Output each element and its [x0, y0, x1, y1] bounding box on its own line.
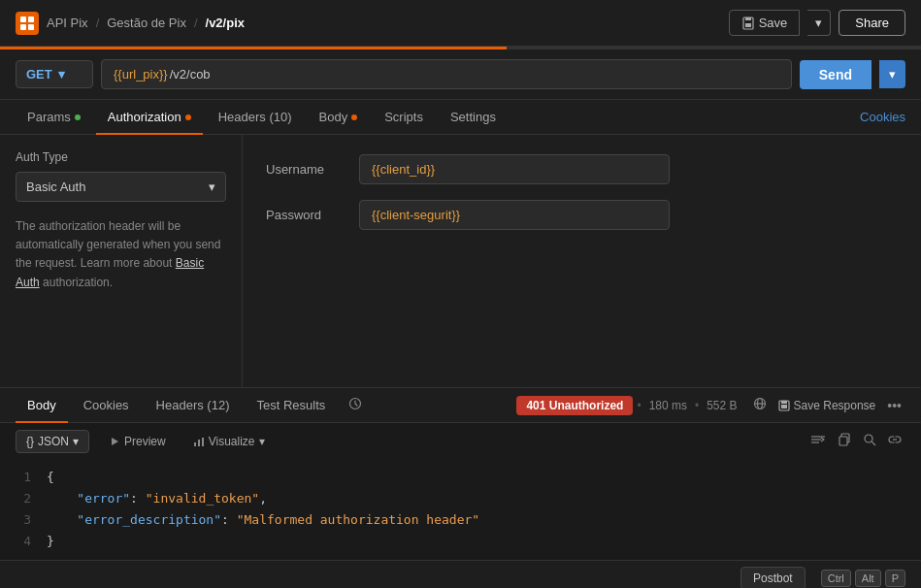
network-icon[interactable]	[749, 393, 771, 417]
visualize-chevron: ▾	[259, 435, 265, 448]
svg-rect-1	[28, 16, 34, 22]
response-tab-headers[interactable]: Headers (12)	[145, 388, 242, 422]
json-label: JSON	[38, 435, 69, 448]
line-content-4: }	[47, 531, 54, 552]
search-icon[interactable]	[859, 429, 880, 453]
postbot-shortcuts: Ctrl Alt P	[821, 570, 905, 587]
save-response-icon	[778, 400, 790, 411]
auth-panel: Auth Type Basic Auth ▾ The authorization…	[0, 135, 921, 387]
username-input[interactable]	[359, 154, 670, 184]
svg-rect-5	[745, 23, 751, 27]
shortcut-ctrl: Ctrl	[821, 570, 851, 587]
response-tab-body[interactable]: Body	[16, 388, 68, 422]
tab-authorization[interactable]: Authorization	[96, 100, 203, 134]
status-badge: 401 Unauthorized	[516, 396, 633, 415]
password-input[interactable]	[359, 200, 670, 230]
link-icon[interactable]	[884, 429, 905, 453]
breadcrumb: API Pix / Gestão de Pix / /v2/pix	[16, 12, 245, 35]
top-bar-actions: Save ▾ Share	[729, 10, 905, 36]
breadcrumb-gestao[interactable]: Gestão de Pix	[107, 16, 186, 30]
save-icon	[741, 16, 755, 30]
copy-icon[interactable]	[834, 429, 855, 453]
json-format-button[interactable]: {} JSON ▾	[16, 430, 89, 453]
tab-body[interactable]: Body	[308, 100, 370, 134]
svg-marker-14	[112, 438, 118, 445]
breadcrumb-api-pix[interactable]: API Pix	[47, 16, 88, 30]
more-options-icon[interactable]: •••	[883, 394, 905, 417]
response-actions: Save Response •••	[749, 393, 905, 417]
params-dot	[75, 114, 81, 120]
tab-scripts[interactable]: Scripts	[373, 100, 435, 134]
method-select[interactable]: GET ▾	[16, 60, 93, 88]
json-chevron: ▾	[73, 435, 79, 448]
response-tabs: Body Cookies Headers (12) Test Results 4…	[0, 387, 921, 422]
line-num-1: 1	[16, 467, 31, 488]
line-num-2: 2	[16, 488, 31, 509]
clock-icon[interactable]	[345, 393, 366, 417]
auth-type-chevron: ▾	[209, 180, 215, 194]
response-body: 1 { 2 "error": "invalid_token", 3 "error…	[0, 459, 921, 560]
line-content-1: {	[47, 467, 54, 488]
response-size: 552 B	[707, 399, 737, 412]
url-bar: GET ▾ {{url_pix}} /v2/cob Send ▾	[0, 49, 921, 100]
app-logo	[16, 12, 39, 35]
svg-rect-13	[781, 401, 787, 404]
method-label: GET	[26, 67, 52, 82]
code-line-3: 3 "error_description": "Malformed author…	[16, 509, 905, 531]
response-time: 180 ms	[649, 399, 687, 412]
response-tab-cookies[interactable]: Cookies	[72, 388, 141, 422]
top-bar: API Pix / Gestão de Pix / /v2/pix Save ▾…	[0, 0, 921, 47]
breadcrumb-sep-2: /	[194, 16, 198, 30]
svg-rect-17	[202, 438, 204, 446]
wrap-lines-icon[interactable]	[806, 429, 830, 453]
url-input[interactable]: {{url_pix}} /v2/cob	[101, 59, 792, 89]
svg-rect-3	[28, 24, 34, 30]
svg-rect-16	[198, 440, 200, 446]
line-content-3: "error_description": "Malformed authoriz…	[47, 509, 479, 531]
save-button[interactable]: Save	[729, 10, 801, 36]
svg-rect-6	[745, 17, 751, 20]
save-response-button[interactable]: Save Response	[778, 399, 876, 412]
body-dot	[351, 114, 357, 120]
preview-button[interactable]: Preview	[101, 431, 174, 452]
breadcrumb-sep-1: /	[96, 16, 100, 30]
svg-point-23	[865, 435, 872, 442]
shortcut-alt: Alt	[855, 570, 881, 587]
password-label: Password	[266, 208, 344, 222]
breadcrumb-current: /v2/pix	[206, 16, 245, 30]
line-num-3: 3	[16, 509, 31, 531]
postbot-label: Postbot	[740, 567, 806, 588]
svg-rect-12	[781, 405, 787, 408]
response-tab-test-results[interactable]: Test Results	[245, 388, 337, 422]
auth-type-value: Basic Auth	[26, 180, 85, 194]
response-meta: • 180 ms • 552 B	[637, 399, 737, 412]
send-dropdown-button[interactable]: ▾	[879, 60, 905, 88]
svg-rect-22	[839, 437, 847, 445]
visualize-button[interactable]: Visualize ▾	[185, 431, 273, 452]
auth-dot	[185, 114, 191, 120]
url-path: /v2/cob	[170, 67, 211, 82]
preview-icon	[109, 436, 120, 447]
save-dropdown-button[interactable]: ▾	[807, 10, 831, 36]
auth-right-panel: Username Password	[243, 135, 921, 387]
send-button[interactable]: Send	[800, 60, 872, 89]
cookies-link[interactable]: Cookies	[860, 100, 905, 134]
braces-label: {}	[26, 435, 34, 448]
tab-headers[interactable]: Headers (10)	[207, 100, 304, 134]
svg-rect-0	[20, 16, 26, 22]
share-button[interactable]: Share	[839, 10, 905, 36]
tab-params[interactable]: Params	[16, 100, 92, 134]
username-row: Username	[266, 154, 898, 184]
tab-settings[interactable]: Settings	[439, 100, 508, 134]
code-line-2: 2 "error": "invalid_token",	[16, 488, 905, 509]
svg-rect-15	[194, 442, 196, 446]
code-actions-right	[806, 429, 905, 453]
auth-type-select[interactable]: Basic Auth ▾	[16, 172, 226, 202]
svg-line-24	[872, 441, 875, 445]
auth-left-panel: Auth Type Basic Auth ▾ The authorization…	[0, 135, 243, 387]
visualize-icon	[193, 436, 205, 447]
line-num-4: 4	[16, 531, 31, 552]
username-label: Username	[266, 162, 344, 177]
code-line-1: 1 {	[16, 467, 905, 488]
code-line-4: 4 }	[16, 531, 905, 552]
